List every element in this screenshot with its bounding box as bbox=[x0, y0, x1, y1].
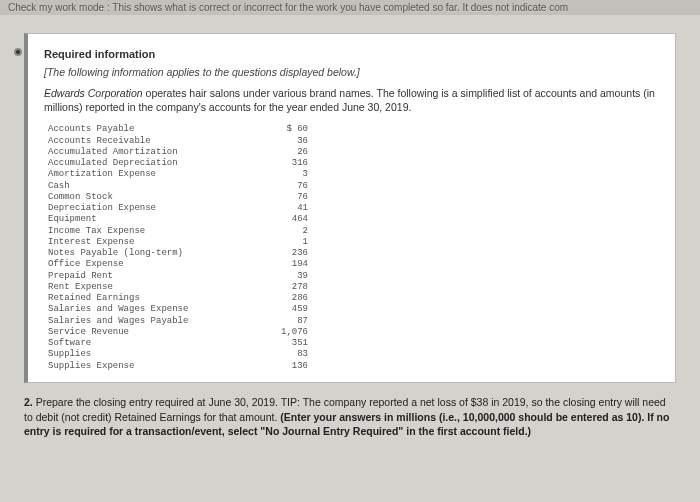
account-row: Accounts Payable$ 60 bbox=[48, 124, 659, 135]
account-value: 351 bbox=[258, 338, 308, 349]
question-number: 2. bbox=[24, 396, 33, 408]
account-row: Interest Expense1 bbox=[48, 237, 659, 248]
account-value: 459 bbox=[258, 304, 308, 315]
account-row: Common Stock76 bbox=[48, 192, 659, 203]
account-value: 83 bbox=[258, 349, 308, 360]
account-name: Office Expense bbox=[48, 259, 258, 270]
panel-bullet bbox=[14, 48, 22, 56]
account-value: 2 bbox=[258, 226, 308, 237]
account-row: Salaries and Wages Expense459 bbox=[48, 304, 659, 315]
account-row: Rent Expense278 bbox=[48, 282, 659, 293]
account-value: 3 bbox=[258, 169, 308, 180]
account-value: 76 bbox=[258, 192, 308, 203]
account-name: Interest Expense bbox=[48, 237, 258, 248]
account-name: Equipment bbox=[48, 214, 258, 225]
account-row: Retained Earnings286 bbox=[48, 293, 659, 304]
account-name: Software bbox=[48, 338, 258, 349]
account-row: Supplies Expense136 bbox=[48, 361, 659, 372]
account-row: Software351 bbox=[48, 338, 659, 349]
account-name: Retained Earnings bbox=[48, 293, 258, 304]
account-row: Income Tax Expense2 bbox=[48, 226, 659, 237]
account-row: Office Expense194 bbox=[48, 259, 659, 270]
account-name: Accumulated Amortization bbox=[48, 147, 258, 158]
account-name: Accumulated Depreciation bbox=[48, 158, 258, 169]
company-name: Edwards Corporation bbox=[44, 87, 143, 99]
bracket-note: [The following information applies to th… bbox=[44, 66, 659, 78]
account-value: 464 bbox=[258, 214, 308, 225]
account-value: 278 bbox=[258, 282, 308, 293]
mode-banner: Check my work mode : This shows what is … bbox=[0, 0, 700, 15]
account-name: Accounts Receivable bbox=[48, 136, 258, 147]
account-value: 236 bbox=[258, 248, 308, 259]
info-panel: Required information [The following info… bbox=[24, 33, 676, 383]
account-value: 1 bbox=[258, 237, 308, 248]
account-row: Accounts Receivable36 bbox=[48, 136, 659, 147]
account-name: Supplies Expense bbox=[48, 361, 258, 372]
account-value: 41 bbox=[258, 203, 308, 214]
account-row: Prepaid Rent39 bbox=[48, 271, 659, 282]
account-name: Common Stock bbox=[48, 192, 258, 203]
account-value: 87 bbox=[258, 316, 308, 327]
account-row: Accumulated Depreciation316 bbox=[48, 158, 659, 169]
account-row: Notes Payable (long-term)236 bbox=[48, 248, 659, 259]
account-name: Depreciation Expense bbox=[48, 203, 258, 214]
account-row: Service Revenue1,076 bbox=[48, 327, 659, 338]
account-name: Amortization Expense bbox=[48, 169, 258, 180]
account-value: 194 bbox=[258, 259, 308, 270]
account-name: Prepaid Rent bbox=[48, 271, 258, 282]
account-value: 26 bbox=[258, 147, 308, 158]
account-row: Equipment464 bbox=[48, 214, 659, 225]
account-value: 286 bbox=[258, 293, 308, 304]
account-row: Accumulated Amortization26 bbox=[48, 147, 659, 158]
account-name: Notes Payable (long-term) bbox=[48, 248, 258, 259]
mode-banner-text: Check my work mode : This shows what is … bbox=[8, 2, 568, 13]
account-value: 1,076 bbox=[258, 327, 308, 338]
account-name: Salaries and Wages Payable bbox=[48, 316, 258, 327]
account-row: Cash76 bbox=[48, 181, 659, 192]
account-name: Cash bbox=[48, 181, 258, 192]
account-row: Depreciation Expense41 bbox=[48, 203, 659, 214]
account-row: Amortization Expense3 bbox=[48, 169, 659, 180]
account-name: Service Revenue bbox=[48, 327, 258, 338]
scenario-text: Edwards Corporation operates hair salons… bbox=[44, 86, 659, 114]
account-name: Rent Expense bbox=[48, 282, 258, 293]
account-value: 76 bbox=[258, 181, 308, 192]
accounts-table: Accounts Payable$ 60Accounts Receivable3… bbox=[48, 124, 659, 372]
account-name: Income Tax Expense bbox=[48, 226, 258, 237]
account-value: 316 bbox=[258, 158, 308, 169]
account-name: Salaries and Wages Expense bbox=[48, 304, 258, 315]
account-row: Salaries and Wages Payable87 bbox=[48, 316, 659, 327]
account-value: 39 bbox=[258, 271, 308, 282]
account-name: Supplies bbox=[48, 349, 258, 360]
account-value: 136 bbox=[258, 361, 308, 372]
account-name: Accounts Payable bbox=[48, 124, 258, 135]
account-value: 36 bbox=[258, 136, 308, 147]
required-title: Required information bbox=[44, 48, 659, 60]
account-value: $ 60 bbox=[258, 124, 308, 135]
account-row: Supplies83 bbox=[48, 349, 659, 360]
question-block: 2. Prepare the closing entry required at… bbox=[24, 395, 676, 439]
